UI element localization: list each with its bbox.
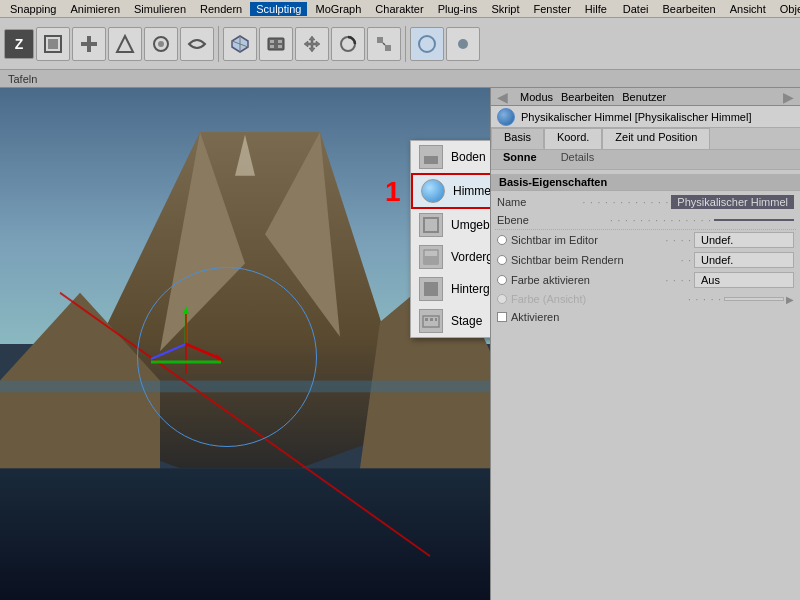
- radio-sichtbar-rendern[interactable]: [497, 255, 507, 265]
- dropdown-hintergrund[interactable]: Hintergrund: [411, 273, 490, 305]
- prop-row-aktivieren: Aktivieren: [491, 308, 800, 326]
- prop-value-sichtbar-rendern[interactable]: Undef.: [694, 252, 794, 268]
- prop-label-sichtbar-rendern: Sichtbar beim Rendern: [511, 254, 679, 266]
- prop-value-farbe-aktivieren[interactable]: Aus: [694, 272, 794, 288]
- svg-rect-38: [424, 218, 438, 232]
- toolbar-btn-5[interactable]: [180, 27, 214, 61]
- menu-mograph[interactable]: MoGraph: [309, 2, 367, 16]
- right-menu-bearbeiten[interactable]: Bearbeiten: [561, 91, 614, 103]
- radio-sichtbar-editor[interactable]: [497, 235, 507, 245]
- prop-label-farbe-ansicht: Farbe (Ansicht): [511, 293, 686, 305]
- checkbox-aktivieren[interactable]: [497, 312, 507, 322]
- menu-plugins[interactable]: Plug-ins: [432, 2, 484, 16]
- menu-skript[interactable]: Skript: [485, 2, 525, 16]
- dropdown-left-menu: Boden Himmel Umgebung Vordergrund: [410, 140, 490, 338]
- prop-dots-ebene: · · · · · · · · · · · · · ·: [610, 215, 712, 226]
- svg-rect-11: [270, 40, 274, 43]
- prop-value-ebene[interactable]: [714, 219, 794, 221]
- dropdown-umgebung[interactable]: Umgebung: [411, 209, 490, 241]
- menu-objekte[interactable]: Objekte: [774, 2, 800, 16]
- menu-simulieren[interactable]: Simulieren: [128, 2, 192, 16]
- object-name: Physikalischer Himmel [Physikalischer Hi…: [521, 111, 751, 123]
- section-header: Basis-Eigenschaften: [491, 174, 800, 191]
- toolbar-btn-move[interactable]: [295, 27, 329, 61]
- right-menu-modus[interactable]: Modus: [520, 91, 553, 103]
- menu-charakter[interactable]: Charakter: [369, 2, 429, 16]
- prop-value-sichtbar-editor[interactable]: Undef.: [694, 232, 794, 248]
- menu-bar: Snapping Animieren Simulieren Rendern Sc…: [0, 0, 800, 18]
- toolbar-btn-film[interactable]: [259, 27, 293, 61]
- svg-rect-12: [278, 40, 282, 43]
- tab-zeit-position[interactable]: Zeit und Position: [602, 128, 710, 149]
- subtab-sonne[interactable]: Sonne: [491, 150, 549, 169]
- tab-bar: Tafeln: [0, 70, 800, 88]
- z-button[interactable]: Z: [4, 29, 34, 59]
- toolbar-btn-4[interactable]: [144, 27, 178, 61]
- menu-rendern[interactable]: Rendern: [194, 2, 248, 16]
- svg-rect-21: [0, 468, 490, 600]
- dropdown-stage[interactable]: Stage: [411, 305, 490, 337]
- prop-value-farbe-ansicht[interactable]: [724, 297, 784, 301]
- right-panel: ◀ Modus Bearbeiten Benutzer ▶ Physikalis…: [490, 88, 800, 600]
- svg-rect-13: [270, 45, 274, 48]
- svg-rect-14: [278, 45, 282, 48]
- prop-row-farbe-ansicht: Farbe (Ansicht) · · · · · ▶: [491, 290, 800, 308]
- toolbar-btn-1[interactable]: [36, 27, 70, 61]
- toolbar-btn-dot[interactable]: [446, 27, 480, 61]
- svg-marker-31: [183, 306, 189, 314]
- svg-rect-10: [268, 38, 284, 50]
- prop-label-ebene: Ebene: [497, 214, 608, 226]
- dropdown-boden[interactable]: Boden: [411, 141, 490, 173]
- viewport[interactable]: 1 Boden Himmel Umgebung: [0, 88, 490, 600]
- prop-dots-name: · · · · · · · · · · · ·: [582, 197, 669, 208]
- toolbar-btn-rotate[interactable]: [331, 27, 365, 61]
- menu-fenster[interactable]: Fenster: [528, 2, 577, 16]
- toolbar-btn-3[interactable]: [108, 27, 142, 61]
- properties-panel: Basis-Eigenschaften Name · · · · · · · ·…: [491, 170, 800, 600]
- menu-hilfe[interactable]: Hilfe: [579, 2, 613, 16]
- menu-snapping[interactable]: Snapping: [4, 2, 63, 16]
- dropdown-himmel[interactable]: Himmel: [411, 173, 490, 209]
- menu-datei[interactable]: Datei: [617, 2, 655, 16]
- svg-point-6: [158, 41, 164, 47]
- umgebung-icon: [419, 213, 443, 237]
- prop-label-farbe-aktivieren: Farbe aktivieren: [511, 274, 664, 286]
- prop-label-aktivieren: Aktivieren: [511, 311, 794, 323]
- main-area: 1 Boden Himmel Umgebung: [0, 88, 800, 600]
- svg-rect-28: [0, 381, 490, 393]
- right-top-bar: ◀ Modus Bearbeiten Benutzer ▶: [491, 88, 800, 106]
- prop-row-ebene: Ebene · · · · · · · · · · · · · ·: [491, 211, 800, 229]
- menu-bearbeiten[interactable]: Bearbeiten: [657, 2, 722, 16]
- boden-icon: [419, 145, 443, 169]
- prop-value-name[interactable]: Physikalischer Himmel: [671, 195, 794, 209]
- toolbar-btn-2[interactable]: [72, 27, 106, 61]
- svg-point-19: [419, 36, 435, 52]
- dropdown-vordergrund[interactable]: Vordergrund: [411, 241, 490, 273]
- hintergrund-icon: [419, 277, 443, 301]
- menu-ansicht[interactable]: Ansicht: [724, 2, 772, 16]
- prop-dots-sichtbar-rendern: · ·: [681, 255, 692, 266]
- toolbar-btn-scale[interactable]: [367, 27, 401, 61]
- toolbar-btn-cube[interactable]: [223, 27, 257, 61]
- tafeln-label: Tafeln: [8, 73, 37, 85]
- radio-farbe-aktivieren[interactable]: [497, 275, 507, 285]
- subtab-details[interactable]: Details: [549, 150, 607, 169]
- object-name-bar: Physikalischer Himmel [Physikalischer Hi…: [491, 106, 800, 128]
- toolbar-btn-circle[interactable]: [410, 27, 444, 61]
- menu-sculpting[interactable]: Sculpting: [250, 2, 307, 16]
- tab-koord[interactable]: Koord.: [544, 128, 602, 149]
- svg-line-18: [383, 43, 385, 45]
- svg-rect-45: [435, 318, 437, 321]
- tab-basis[interactable]: Basis: [491, 128, 544, 149]
- number-1-label: 1: [385, 176, 401, 208]
- radio-farbe-ansicht[interactable]: [497, 294, 507, 304]
- svg-rect-44: [430, 318, 433, 321]
- svg-rect-40: [424, 256, 438, 264]
- svg-rect-37: [424, 156, 438, 164]
- menu-animieren[interactable]: Animieren: [65, 2, 127, 16]
- right-panel-arrow: ▶: [783, 89, 794, 105]
- svg-rect-3: [87, 36, 91, 52]
- svg-rect-16: [377, 37, 383, 43]
- prop-dots-farbe-aktivieren: · · · ·: [666, 275, 692, 286]
- right-menu-benutzer[interactable]: Benutzer: [622, 91, 666, 103]
